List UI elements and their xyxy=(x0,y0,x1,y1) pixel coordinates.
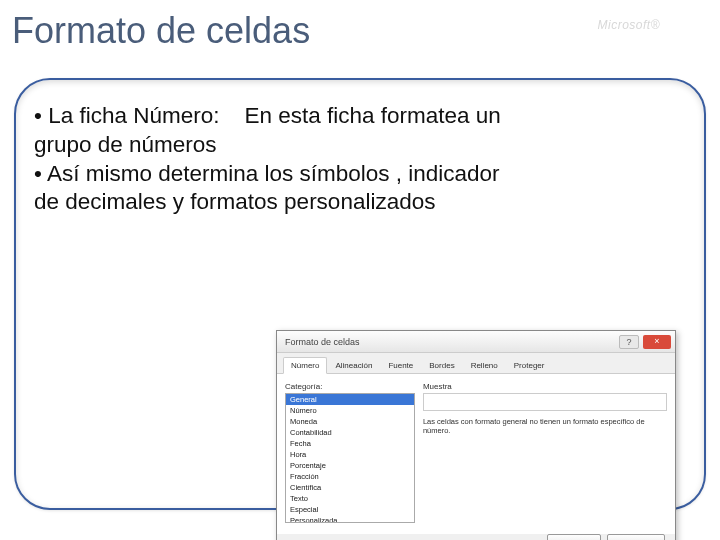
bullet-1-text: En esta ficha formatea un xyxy=(244,103,500,128)
dialog-body: Categoría: General Número Moneda Contabi… xyxy=(277,374,675,534)
category-item[interactable]: Fracción xyxy=(286,471,414,482)
dialog-buttons: Aceptar Cancelar xyxy=(547,534,665,540)
dialog-titlebar: Formato de celdas ? × xyxy=(277,331,675,353)
window-buttons: ? × xyxy=(619,335,671,349)
tab-strip: Número Alineación Fuente Bordes Relleno … xyxy=(277,353,675,374)
category-item[interactable]: Porcentaje xyxy=(286,460,414,471)
tab-proteger[interactable]: Proteger xyxy=(506,357,553,373)
category-item[interactable]: Moneda xyxy=(286,416,414,427)
sample-description: Las celdas con formato general no tienen… xyxy=(423,417,667,436)
category-item[interactable]: General xyxy=(286,394,414,405)
bullet-2-text: • Así mismo determina los símbolos , ind… xyxy=(34,160,686,189)
help-button[interactable]: ? xyxy=(619,335,639,349)
tab-bordes[interactable]: Bordes xyxy=(421,357,462,373)
category-item[interactable]: Especial xyxy=(286,504,414,515)
sample-column: Muestra Las celdas con formato general n… xyxy=(423,382,667,526)
close-button[interactable]: × xyxy=(643,335,671,349)
category-item[interactable]: Número xyxy=(286,405,414,416)
tab-alineacion[interactable]: Alineación xyxy=(327,357,380,373)
category-item[interactable]: Contabilidad xyxy=(286,427,414,438)
category-item[interactable]: Fecha xyxy=(286,438,414,449)
tab-numero[interactable]: Número xyxy=(283,357,327,374)
bullet-2-cont: de decimales y formatos personalizados xyxy=(34,188,686,217)
slide-title: Formato de celdas xyxy=(12,10,310,52)
bullet-1-cont: grupo de números xyxy=(34,131,686,160)
bullet-1-label: • La ficha Número: xyxy=(34,103,219,128)
category-item[interactable]: Personalizada xyxy=(286,515,414,523)
category-label: Categoría: xyxy=(285,382,415,391)
dialog-title: Formato de celdas xyxy=(281,337,360,347)
category-item[interactable]: Científica xyxy=(286,482,414,493)
ok-button[interactable]: Aceptar xyxy=(547,534,601,540)
tab-fuente[interactable]: Fuente xyxy=(380,357,421,373)
bullet-list: • La ficha Número: En esta ficha formate… xyxy=(34,102,686,217)
format-cells-dialog: Formato de celdas ? × Número Alineación … xyxy=(276,330,676,540)
category-list[interactable]: General Número Moneda Contabilidad Fecha… xyxy=(285,393,415,523)
category-item[interactable]: Hora xyxy=(286,449,414,460)
watermark: Microsoft® xyxy=(597,18,660,32)
sample-label: Muestra xyxy=(423,382,667,391)
close-icon: × xyxy=(654,337,659,346)
category-item[interactable]: Texto xyxy=(286,493,414,504)
sample-box xyxy=(423,393,667,411)
category-column: Categoría: General Número Moneda Contabi… xyxy=(285,382,415,526)
cancel-button[interactable]: Cancelar xyxy=(607,534,665,540)
content-panel: • La ficha Número: En esta ficha formate… xyxy=(14,78,706,510)
tab-relleno[interactable]: Relleno xyxy=(463,357,506,373)
